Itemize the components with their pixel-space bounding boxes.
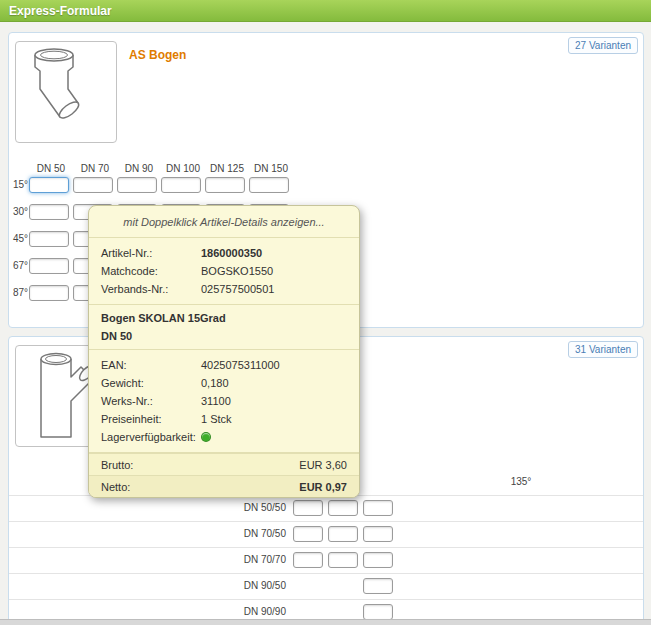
- grid1-row-label-15deg: 15°: [13, 179, 28, 190]
- tooltip-detail-value: 4025075311000: [201, 356, 280, 374]
- branch-row-label: DN 90/50: [9, 580, 286, 591]
- qty-input-dn-50-50-col3[interactable]: [363, 500, 393, 516]
- qty-input-67deg-dn-50[interactable]: [29, 258, 69, 274]
- qty-input-dn-50-50-col2[interactable]: [328, 500, 358, 516]
- tooltip-field-value: 025757500501: [201, 280, 274, 298]
- qty-input-87deg-dn-50[interactable]: [29, 285, 69, 301]
- grid1-row-label-30deg: 30°: [13, 206, 28, 217]
- grid1-row-label-87deg: 87°: [13, 287, 28, 298]
- tooltip-detail-label: Gewicht:: [101, 377, 144, 389]
- tooltip-field-value: 1860000350: [201, 244, 262, 262]
- tooltip-product-dn: DN 50: [89, 327, 359, 347]
- branch-row-dn-70-50: DN 70/50: [9, 521, 643, 547]
- grid1-column-header-dn-150: DN 150: [249, 163, 293, 174]
- branch-row-label: DN 90/90: [9, 606, 286, 617]
- tooltip-detail-value: 0,180: [201, 374, 229, 392]
- tooltip-field-label: Verbands-Nr.:: [101, 283, 168, 295]
- tooltip-detail-row: Werks-Nr.:31100: [89, 392, 359, 410]
- tooltip-price-netto: Netto:EUR 0,97: [89, 475, 359, 497]
- qty-input-15deg-dn-125[interactable]: [205, 177, 245, 193]
- tooltip-fields: Artikel-Nr.:1860000350Matchcode:BOGSKO15…: [89, 238, 359, 305]
- qty-input-15deg-dn-50[interactable]: [29, 177, 69, 193]
- qty-input-dn-70-70-col3[interactable]: [363, 552, 393, 568]
- qty-input-15deg-dn-100[interactable]: [161, 177, 201, 193]
- grid1-row-label-67deg: 67°: [13, 260, 28, 271]
- tooltip-detail-value: [201, 428, 211, 446]
- qty-input-dn-90-50-col3[interactable]: [363, 578, 393, 594]
- qty-input-30deg-dn-50[interactable]: [29, 204, 69, 220]
- tooltip-detail-label: Werks-Nr.:: [101, 395, 153, 407]
- availability-icon: [201, 432, 211, 442]
- express-form-page: Express-Formular 27 Varianten AS Bogen D…: [0, 0, 651, 625]
- grid1-column-header-dn-125: DN 125: [205, 163, 249, 174]
- qty-input-15deg-dn-90[interactable]: [117, 177, 157, 193]
- qty-input-45deg-dn-50[interactable]: [29, 231, 69, 247]
- tooltip-detail-label: EAN:: [101, 359, 127, 371]
- tooltip-prices: Brutto:EUR 3,60Netto:EUR 0,97: [89, 453, 359, 497]
- tooltip-field-row: Verbands-Nr.:025757500501: [89, 280, 359, 298]
- tooltip-field-row: Artikel-Nr.:1860000350: [89, 244, 359, 262]
- tooltip-detail-value: 31100: [201, 392, 231, 410]
- tooltip-detail-row: Lagerverfügbarkeit:: [89, 428, 359, 446]
- tooltip-detail-value: 1 Stck: [201, 410, 232, 428]
- branch-row-label: DN 70/70: [9, 554, 286, 565]
- page-title: Express-Formular: [9, 4, 112, 18]
- tooltip-price-brutto: Brutto:EUR 3,60: [89, 453, 359, 475]
- tooltip-price-label: Netto:: [101, 481, 130, 493]
- tooltip-price-value: EUR 3,60: [299, 454, 347, 476]
- qty-input-15deg-dn-150[interactable]: [249, 177, 289, 193]
- page-header: Express-Formular: [0, 0, 651, 22]
- tooltip-detail-label: Preiseinheit:: [101, 413, 162, 425]
- tooltip-price-label: Brutto:: [101, 459, 133, 471]
- branch-row-dn-70-70: DN 70/70: [9, 547, 643, 573]
- tooltip-hint: mit Doppelklick Artikel-Details anzeigen…: [89, 206, 359, 238]
- grid1-column-header-dn-90: DN 90: [117, 163, 161, 174]
- branch-row-dn-90-50: DN 90/50: [9, 573, 643, 599]
- branch-row-dn-50-50: DN 50/50: [9, 495, 643, 521]
- tooltip-detail-label: Lagerverfügbarkeit:: [101, 431, 196, 443]
- qty-input-15deg-dn-70[interactable]: [73, 177, 113, 193]
- tooltip-price-value: EUR 0,97: [299, 476, 347, 498]
- grid1-column-header-dn-70: DN 70: [73, 163, 117, 174]
- grid1-column-header-dn-50: DN 50: [29, 163, 73, 174]
- tooltip-product: Bogen SKOLAN 15Grad DN 50: [89, 305, 359, 350]
- tooltip-field-label: Artikel-Nr.:: [101, 247, 152, 259]
- tooltip-field-value: BOGSKO1550: [201, 262, 273, 280]
- qty-input-dn-70-50-col2[interactable]: [328, 526, 358, 542]
- horizontal-scrollbar[interactable]: [0, 619, 651, 625]
- qty-input-dn-70-50-col3[interactable]: [363, 526, 393, 542]
- tooltip-details: EAN:4025075311000Gewicht:0,180Werks-Nr.:…: [89, 350, 359, 453]
- qty-input-dn-70-70-col1[interactable]: [293, 552, 323, 568]
- qty-input-dn-70-50-col1[interactable]: [293, 526, 323, 542]
- qty-input-dn-70-70-col2[interactable]: [328, 552, 358, 568]
- qty-input-dn-50-50-col1[interactable]: [293, 500, 323, 516]
- qty-input-dn-90-90-col3[interactable]: [363, 604, 393, 620]
- tooltip-field-label: Matchcode:: [101, 265, 158, 277]
- variants-badge-bogen[interactable]: 27 Varianten: [568, 37, 638, 54]
- branch-row-label: DN 70/50: [9, 528, 286, 539]
- tooltip-product-title: Bogen SKOLAN 15Grad: [89, 307, 359, 327]
- grid1-column-header-dn-100: DN 100: [161, 163, 205, 174]
- grid1-row-label-45deg: 45°: [13, 233, 28, 244]
- variants-badge-abzweig[interactable]: 31 Varianten: [568, 341, 638, 358]
- tooltip-detail-row: Gewicht:0,180: [89, 374, 359, 392]
- branch-row-label: DN 50/50: [9, 502, 286, 513]
- tooltip-field-row: Matchcode:BOGSKO1550: [89, 262, 359, 280]
- tooltip-detail-row: Preiseinheit:1 Stck: [89, 410, 359, 428]
- tooltip-detail-row: EAN:4025075311000: [89, 356, 359, 374]
- article-tooltip: mit Doppelklick Artikel-Details anzeigen…: [88, 205, 360, 498]
